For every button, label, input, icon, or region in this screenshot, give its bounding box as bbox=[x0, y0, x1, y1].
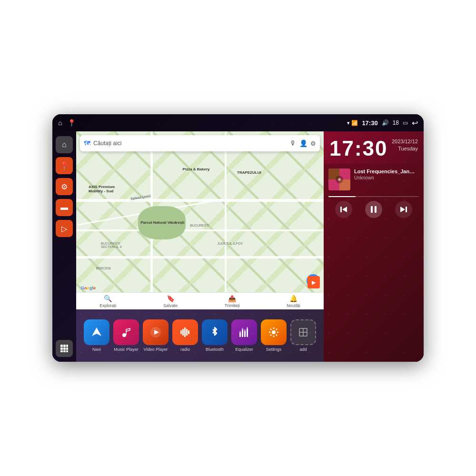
svg-point-10 bbox=[122, 333, 126, 337]
clock-day: Tuesday bbox=[392, 145, 418, 152]
svg-rect-22 bbox=[244, 331, 246, 337]
app-dock: Navi Music Player Video Player bbox=[76, 309, 324, 362]
mic-icon[interactable]: 🎙 bbox=[290, 139, 297, 147]
svg-rect-6 bbox=[60, 350, 63, 352]
album-art-img bbox=[328, 169, 350, 190]
svg-rect-2 bbox=[66, 345, 68, 347]
battery-level: 18 bbox=[393, 119, 399, 126]
app-video-player[interactable]: Video Player bbox=[143, 319, 169, 352]
svg-rect-14 bbox=[182, 329, 184, 336]
explore-label: Explorați bbox=[99, 303, 116, 308]
svg-rect-18 bbox=[239, 332, 241, 337]
main-content: ⌂ 📍 ⚙ ▬ ▷ bbox=[52, 131, 424, 362]
map-bottom-bar: 🔍 Explorați 🔖 Salvate 📤 Trimiteți bbox=[76, 292, 324, 309]
google-logo: Google bbox=[81, 286, 96, 290]
music-progress-bar[interactable] bbox=[328, 196, 419, 197]
sidebar-settings-btn[interactable]: ⚙ bbox=[56, 178, 73, 195]
saved-icon: 🔖 bbox=[167, 295, 175, 302]
equalizer-label: Equalizer bbox=[235, 347, 253, 352]
svg-rect-21 bbox=[242, 328, 243, 329]
clock-date-value: 2023/12/12 bbox=[392, 138, 418, 145]
pause-btn[interactable] bbox=[365, 201, 382, 218]
next-btn[interactable] bbox=[395, 201, 412, 218]
bluetooth-icon bbox=[202, 319, 228, 345]
svg-rect-19 bbox=[239, 331, 241, 332]
svg-rect-15 bbox=[184, 327, 186, 337]
album-art bbox=[328, 169, 350, 190]
svg-rect-0 bbox=[60, 345, 63, 347]
music-title: Lost Frequencies_Janie... bbox=[354, 169, 416, 174]
account-icon[interactable]: 👤 bbox=[299, 139, 307, 147]
music-progress-fill bbox=[328, 196, 356, 197]
maps-icon[interactable]: 📍 bbox=[68, 119, 76, 127]
map-place-park: Parcul Natural Văcărești bbox=[140, 220, 184, 225]
music-icon bbox=[113, 319, 139, 345]
share-label: Trimiteți bbox=[225, 303, 240, 308]
svg-rect-16 bbox=[186, 329, 188, 336]
map-container[interactable]: AXIS PremiumMobility - Sud Pizza & Baker… bbox=[76, 131, 324, 309]
map-district-ilfov: JUDEȚUL ILFOV bbox=[217, 242, 242, 245]
svg-rect-23 bbox=[244, 329, 246, 331]
prev-btn[interactable] bbox=[335, 201, 352, 218]
map-explore-btn[interactable]: 🔍 Explorați bbox=[99, 295, 116, 308]
add-label: add bbox=[299, 347, 307, 352]
app-settings[interactable]: Settings bbox=[261, 319, 287, 352]
volume-icon: 🔊 bbox=[382, 119, 389, 126]
bluetooth-label: Bluetooth bbox=[206, 347, 224, 352]
app-bluetooth[interactable]: Bluetooth bbox=[202, 319, 228, 352]
radio-icon bbox=[172, 319, 198, 345]
map-place-axis: AXIS PremiumMobility - Sud bbox=[89, 185, 115, 193]
svg-rect-20 bbox=[242, 329, 243, 337]
map-news-btn[interactable]: 🔔 Noutăți bbox=[287, 295, 300, 308]
svg-rect-17 bbox=[188, 330, 189, 334]
svg-rect-39 bbox=[340, 207, 342, 212]
start-nav-btn[interactable]: ▶ bbox=[307, 276, 320, 288]
app-equalizer[interactable]: Equalizer bbox=[231, 319, 257, 352]
screen: ⌂ 📍 ▾ 📶 17:30 🔊 18 ▭ ↩ ⌂ 📍 ⚙ ▬ ▷ bbox=[52, 114, 424, 362]
svg-rect-40 bbox=[371, 206, 373, 213]
map-search-bar[interactable]: 🗺 Căutați aici 🎙 👤 ⚙ bbox=[80, 135, 320, 151]
video-icon bbox=[143, 319, 169, 345]
map-saved-btn[interactable]: 🔖 Salvate bbox=[163, 295, 178, 308]
map-share-btn[interactable]: 📤 Trimiteți bbox=[225, 295, 240, 308]
map-district-s4: BUCUREȘTISECTORUL 4 bbox=[101, 242, 122, 248]
app-add[interactable]: add bbox=[290, 319, 316, 352]
center-area: AXIS PremiumMobility - Sud Pizza & Baker… bbox=[76, 131, 324, 362]
status-time: 17:30 bbox=[362, 119, 377, 127]
clock-row: 17:30 2023/12/12 Tuesday bbox=[329, 138, 418, 159]
layers-icon[interactable]: ⚙ bbox=[310, 140, 316, 147]
map-search-text[interactable]: Căutați aici bbox=[93, 140, 287, 147]
video-label: Video Player bbox=[144, 347, 168, 352]
explore-icon: 🔍 bbox=[104, 295, 112, 302]
sidebar-home-btn[interactable]: ⌂ bbox=[56, 136, 73, 153]
svg-rect-7 bbox=[63, 350, 66, 352]
sidebar-grid-btn[interactable] bbox=[56, 340, 73, 357]
right-panel: 17:30 2023/12/12 Tuesday bbox=[324, 131, 424, 362]
clock-widget: 17:30 2023/12/12 Tuesday bbox=[324, 131, 424, 164]
settings-label: Settings bbox=[266, 347, 282, 352]
news-label: Noutăți bbox=[287, 303, 300, 308]
back-icon[interactable]: ↩ bbox=[412, 119, 418, 128]
svg-rect-3 bbox=[60, 347, 63, 350]
svg-rect-25 bbox=[247, 327, 248, 328]
music-text: Lost Frequencies_Janie... Unknown bbox=[354, 169, 419, 180]
home-icon[interactable]: ⌂ bbox=[58, 119, 62, 127]
clock-time: 17:30 bbox=[329, 138, 388, 159]
music-info: Lost Frequencies_Janie... Unknown bbox=[328, 169, 419, 190]
sidebar-maps-btn[interactable]: 📍 bbox=[56, 157, 73, 174]
wifi-icon: ▾ 📶 bbox=[347, 120, 358, 126]
app-radio[interactable]: radio bbox=[172, 319, 198, 352]
status-left: ⌂ 📍 bbox=[58, 119, 76, 127]
map-district-berceni: BERCENI bbox=[96, 267, 111, 270]
sidebar-files-btn[interactable]: ▬ bbox=[56, 199, 73, 216]
status-bar: ⌂ 📍 ▾ 📶 17:30 🔊 18 ▭ ↩ bbox=[52, 114, 424, 131]
navi-icon bbox=[84, 319, 109, 345]
app-music-player[interactable]: Music Player bbox=[113, 319, 139, 352]
sidebar-nav-btn[interactable]: ▷ bbox=[56, 220, 73, 237]
app-navi[interactable]: Navi bbox=[84, 319, 109, 352]
svg-rect-24 bbox=[247, 328, 248, 337]
svg-rect-8 bbox=[66, 350, 68, 352]
svg-rect-41 bbox=[375, 206, 377, 213]
sidebar: ⌂ 📍 ⚙ ▬ ▷ bbox=[52, 131, 76, 362]
map-background: AXIS PremiumMobility - Sud Pizza & Baker… bbox=[76, 131, 324, 309]
